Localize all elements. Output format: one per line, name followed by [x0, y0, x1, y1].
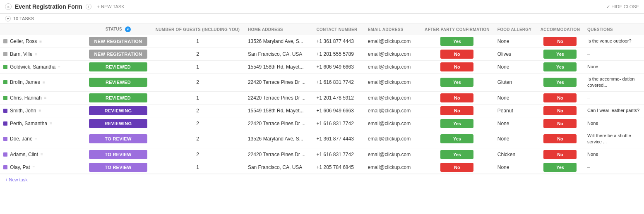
afterparty-badge[interactable]: No [440, 163, 473, 172]
status-cell[interactable]: REVIEWED [86, 91, 151, 104]
table-row[interactable]: Chris, Hannah ≡ REVIEWED 1 22420 Terrace… [0, 91, 644, 104]
status-cell[interactable]: TO REVIEW [86, 130, 151, 148]
status-cell[interactable]: REVIEWING [86, 117, 151, 130]
task-color-dot [3, 65, 7, 69]
info-icon[interactable]: i [86, 4, 91, 10]
table-row[interactable]: Smith, John ≡ REVIEWING 2 15549 158th Rd… [0, 104, 644, 117]
table-row[interactable]: Brolin, James ≡ REVIEWED 2 22420 Terrace… [0, 74, 644, 92]
contact-cell: +1 616 831 7742 [313, 117, 364, 130]
table-row[interactable]: Olay, Pat ≡ TO REVIEW 1 San Francisco, C… [0, 161, 644, 174]
accommodation-badge[interactable]: Yes [543, 78, 577, 87]
afterparty-badge[interactable]: No [440, 62, 473, 71]
table-row[interactable]: Geller, Ross ≡ NEW REGISTRATION 1 13526 … [0, 35, 644, 48]
status-cell[interactable]: REVIEWED [86, 74, 151, 92]
afterparty-cell[interactable]: No [420, 104, 494, 117]
accommodation-cell[interactable]: Yes [536, 74, 584, 92]
table-row[interactable]: Perth, Samantha ≡ REVIEWING 2 22420 Terr… [0, 117, 644, 130]
subheader-collapse-icon[interactable]: ▾ [5, 16, 11, 21]
email-cell: email@clickup.com [365, 61, 421, 74]
accommodation-badge[interactable]: No [543, 37, 577, 46]
task-name-cell: Adams, Clint ≡ [0, 148, 86, 161]
accommodation-badge[interactable]: No [543, 134, 577, 143]
accommodation-badge[interactable]: No [543, 93, 577, 102]
allergy-cell: None [494, 91, 536, 104]
add-task-link[interactable]: + New task [5, 177, 28, 182]
col-status[interactable]: STATUS ▼ [86, 24, 151, 35]
questions-cell: – [584, 161, 644, 174]
accommodation-cell[interactable]: No [536, 104, 584, 117]
accommodation-cell[interactable]: Yes [536, 61, 584, 74]
status-badge[interactable]: NEW REGISTRATION [89, 37, 147, 46]
afterparty-cell[interactable]: Yes [420, 117, 494, 130]
accommodation-cell[interactable]: Yes [536, 48, 584, 61]
afterparty-cell[interactable]: Yes [420, 74, 494, 92]
table-wrapper: STATUS ▼ NUMBER OF GUESTS (INCLUDING YOU… [0, 24, 644, 174]
afterparty-cell[interactable]: Yes [420, 148, 494, 161]
filter-icon[interactable]: ▼ [125, 26, 131, 32]
table-row[interactable]: Adams, Clint ≡ TO REVIEW 2 22420 Terrace… [0, 148, 644, 161]
accommodation-badge[interactable]: No [543, 119, 577, 128]
hide-close-button[interactable]: ✓ HIDE CLOSE [606, 4, 639, 10]
status-badge[interactable]: REVIEWED [89, 78, 147, 87]
accommodation-cell[interactable]: No [536, 35, 584, 48]
table-row[interactable]: Doe, Jane ≡ TO REVIEW 2 13526 Maryland A… [0, 130, 644, 148]
address-cell: 22420 Terrace Pines Dr ... [245, 74, 313, 92]
afterparty-badge[interactable]: Yes [440, 37, 473, 46]
status-cell[interactable]: REVIEWING [86, 104, 151, 117]
accommodation-cell[interactable]: No [536, 130, 584, 148]
afterparty-cell[interactable]: Yes [420, 130, 494, 148]
col-questions: QUESTIONS [584, 24, 644, 35]
col-name [0, 24, 86, 35]
afterparty-cell[interactable]: No [420, 48, 494, 61]
accommodation-cell[interactable]: Yes [536, 161, 584, 174]
afterparty-cell[interactable]: No [420, 61, 494, 74]
status-badge[interactable]: REVIEWING [89, 119, 147, 128]
accommodation-badge[interactable]: Yes [543, 62, 577, 71]
afterparty-badge[interactable]: Yes [440, 78, 473, 87]
status-cell[interactable]: TO REVIEW [86, 161, 151, 174]
accommodation-cell[interactable]: No [536, 148, 584, 161]
accommodation-badge[interactable]: Yes [543, 50, 577, 59]
afterparty-badge[interactable]: Yes [440, 150, 473, 159]
task-name-text: Adams, Clint [10, 152, 38, 157]
email-cell: email@clickup.com [365, 130, 421, 148]
accommodation-badge[interactable]: No [543, 106, 577, 115]
hide-close-label: HIDE CLOSE [611, 4, 639, 9]
status-badge[interactable]: NEW REGISTRATION [89, 50, 147, 59]
status-cell[interactable]: NEW REGISTRATION [86, 48, 151, 61]
questions-cell: Is the venue outdoor? [584, 35, 644, 48]
status-badge[interactable]: REVIEWING [89, 106, 147, 115]
afterparty-badge[interactable]: No [440, 106, 473, 115]
header: ○ Event Registration Form i + NEW TASK ✓… [0, 0, 644, 14]
accommodation-badge[interactable]: No [543, 150, 577, 159]
task-color-dot [3, 137, 7, 141]
status-badge[interactable]: TO REVIEW [89, 163, 147, 172]
afterparty-cell[interactable]: No [420, 161, 494, 174]
table-row[interactable]: Barn, Ville ≡ NEW REGISTRATION 2 San Fra… [0, 48, 644, 61]
accommodation-cell[interactable]: No [536, 91, 584, 104]
new-task-button[interactable]: + NEW TASK [95, 3, 127, 10]
status-cell[interactable]: NEW REGISTRATION [86, 35, 151, 48]
status-badge[interactable]: REVIEWED [89, 62, 147, 71]
status-badge[interactable]: REVIEWED [89, 93, 147, 102]
task-name-text: Geller, Ross [10, 38, 37, 44]
afterparty-cell[interactable]: No [420, 91, 494, 104]
afterparty-badge[interactable]: Yes [440, 134, 473, 143]
afterparty-badge[interactable]: No [440, 93, 473, 102]
status-badge[interactable]: TO REVIEW [89, 150, 147, 159]
allergy-cell: None [494, 130, 536, 148]
questions-cell: – [584, 48, 644, 61]
collapse-icon[interactable]: ○ [5, 3, 12, 10]
afterparty-badge[interactable]: No [440, 50, 473, 59]
table-row[interactable]: Goldwick, Samantha ≡ REVIEWED 1 15549 15… [0, 61, 644, 74]
status-badge[interactable]: TO REVIEW [89, 134, 147, 143]
status-cell[interactable]: REVIEWED [86, 61, 151, 74]
questions-cell: None [584, 61, 644, 74]
status-cell[interactable]: TO REVIEW [86, 148, 151, 161]
afterparty-badge[interactable]: Yes [440, 119, 473, 128]
accommodation-cell[interactable]: No [536, 117, 584, 130]
drag-handle-icon: ≡ [39, 39, 42, 44]
accommodation-badge[interactable]: Yes [543, 163, 577, 172]
afterparty-cell[interactable]: Yes [420, 35, 494, 48]
address-cell: San Francisco, CA, USA [245, 48, 313, 61]
